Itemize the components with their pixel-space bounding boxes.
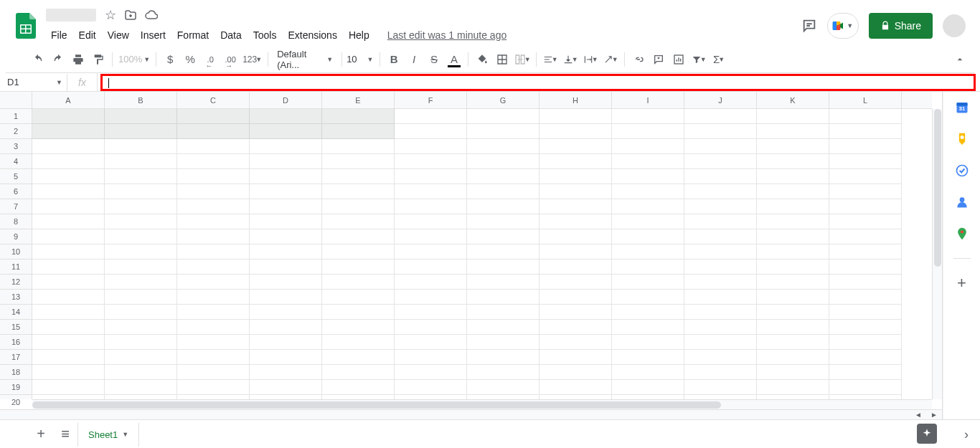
row-header[interactable]: 13	[0, 290, 32, 305]
row-header[interactable]: 18	[0, 365, 32, 380]
all-sheets-icon[interactable]: ≡	[53, 422, 77, 447]
row-header[interactable]: 20	[0, 395, 32, 410]
borders-icon[interactable]	[493, 50, 512, 69]
percent-icon[interactable]: %	[181, 50, 199, 69]
menu-insert[interactable]: Insert	[136, 27, 171, 44]
vertical-scrollbar[interactable]	[932, 109, 942, 399]
font-size-select[interactable]: 10 ▼	[347, 54, 375, 65]
print-icon[interactable]	[69, 50, 88, 69]
row-header[interactable]: 16	[0, 335, 32, 350]
more-formats-icon[interactable]: 123▼	[241, 50, 263, 69]
col-header[interactable]: B	[105, 92, 177, 108]
insert-link-icon[interactable]	[629, 50, 648, 69]
col-header[interactable]: C	[177, 92, 250, 108]
font-family-select[interactable]: Default (Ari...▼	[273, 49, 337, 70]
column-headers[interactable]: A B C D E F G H I J K L	[32, 92, 932, 109]
row-header[interactable]: 9	[0, 229, 32, 244]
increase-decimal-icon[interactable]: .00→	[221, 50, 240, 69]
move-icon[interactable]	[125, 10, 136, 20]
row-headers[interactable]: 1 2 3 4 5 6 7 8 9 10 11 12 13 14 15 16 1…	[0, 109, 32, 399]
menu-extensions[interactable]: Extensions	[283, 27, 341, 44]
row-header[interactable]: 8	[0, 214, 32, 229]
cells-area[interactable]	[32, 109, 932, 399]
bold-icon[interactable]: B	[385, 50, 403, 69]
redo-icon[interactable]	[49, 50, 67, 69]
row-header[interactable]: 4	[0, 154, 32, 169]
sheet-tab-sheet1[interactable]: Sheet1 ▼	[77, 422, 139, 447]
row-header[interactable]: 15	[0, 320, 32, 335]
undo-icon[interactable]	[29, 50, 47, 69]
strikethrough-icon[interactable]: S	[425, 50, 443, 69]
meet-button[interactable]: ▼	[827, 13, 859, 39]
menu-data[interactable]: Data	[215, 27, 247, 44]
paint-format-icon[interactable]	[89, 50, 108, 69]
col-header[interactable]: H	[540, 92, 612, 108]
keep-icon[interactable]	[955, 132, 969, 146]
menu-format[interactable]: Format	[172, 27, 214, 44]
zoom-select[interactable]: 100%▼	[117, 54, 151, 65]
filter-icon[interactable]: ▼	[689, 50, 708, 69]
scroll-left-icon[interactable]: ◄	[910, 410, 926, 419]
row-header[interactable]: 19	[0, 380, 32, 395]
currency-icon[interactable]: $	[161, 50, 179, 69]
col-header[interactable]: K	[757, 92, 829, 108]
decrease-decimal-icon[interactable]: .0←	[201, 50, 220, 69]
row-header[interactable]: 14	[0, 305, 32, 320]
collapse-toolbar-icon[interactable]	[951, 51, 969, 68]
col-header[interactable]: L	[829, 92, 902, 108]
col-header[interactable]: F	[395, 92, 467, 108]
select-all-corner[interactable]	[0, 92, 32, 109]
explore-button[interactable]	[917, 424, 937, 444]
functions-icon[interactable]: Σ▼	[710, 50, 728, 69]
horizontal-align-icon[interactable]: ▼	[541, 50, 560, 69]
last-edit-link[interactable]: Last edit was 1 minute ago	[387, 29, 507, 41]
col-header[interactable]: G	[467, 92, 540, 108]
col-header[interactable]: D	[250, 92, 322, 108]
cloud-status-icon[interactable]	[145, 10, 158, 20]
add-on-plus-icon[interactable]: +	[955, 276, 969, 290]
share-button[interactable]: Share	[869, 13, 933, 39]
star-icon[interactable]: ☆	[105, 7, 116, 23]
col-header[interactable]: E	[322, 92, 395, 108]
account-avatar[interactable]	[943, 14, 966, 37]
menu-view[interactable]: View	[103, 27, 134, 44]
col-header[interactable]: I	[612, 92, 684, 108]
row-header[interactable]: 1	[0, 109, 32, 124]
insert-comment-icon[interactable]	[649, 50, 668, 69]
comment-history-icon[interactable]	[801, 18, 817, 34]
tasks-icon[interactable]	[955, 163, 969, 178]
vertical-align-icon[interactable]: ▼	[561, 50, 580, 69]
text-wrap-icon[interactable]: ▼	[581, 50, 600, 69]
spreadsheet-grid[interactable]: A B C D E F G H I J K L 1 2 3 4 5 6 7 8 …	[0, 92, 943, 419]
sheets-logo[interactable]	[11, 11, 40, 40]
insert-chart-icon[interactable]	[669, 50, 688, 69]
menu-edit[interactable]: Edit	[74, 27, 101, 44]
col-header[interactable]: A	[32, 92, 105, 108]
row-header[interactable]: 7	[0, 199, 32, 214]
row-header[interactable]: 6	[0, 184, 32, 199]
row-header[interactable]: 11	[0, 259, 32, 275]
fill-color-icon[interactable]	[473, 50, 491, 69]
document-title[interactable]	[46, 9, 96, 22]
horizontal-scrollbar[interactable]	[32, 399, 932, 409]
merge-cells-icon[interactable]: ▼	[513, 50, 532, 69]
row-header[interactable]: 10	[0, 244, 32, 259]
italic-icon[interactable]: I	[405, 50, 423, 69]
name-box[interactable]: D1 ▼	[0, 74, 67, 91]
menu-file[interactable]: File	[46, 27, 72, 44]
add-sheet-icon[interactable]: +	[29, 422, 53, 447]
contacts-icon[interactable]	[955, 195, 969, 209]
maps-icon[interactable]	[955, 227, 969, 241]
text-rotation-icon[interactable]: ▼	[601, 50, 620, 69]
row-header[interactable]: 12	[0, 275, 32, 290]
menu-tools[interactable]: Tools	[248, 27, 282, 44]
row-header[interactable]: 17	[0, 350, 32, 365]
row-header[interactable]: 3	[0, 139, 32, 154]
text-color-icon[interactable]: A	[445, 50, 463, 69]
scroll-right-icon[interactable]: ►	[926, 410, 942, 419]
calendar-icon[interactable]: 31	[955, 100, 969, 115]
row-header[interactable]: 2	[0, 124, 32, 139]
menu-help[interactable]: Help	[344, 27, 374, 44]
row-header[interactable]: 5	[0, 169, 32, 184]
show-side-panel-icon[interactable]: ›	[964, 427, 969, 442]
